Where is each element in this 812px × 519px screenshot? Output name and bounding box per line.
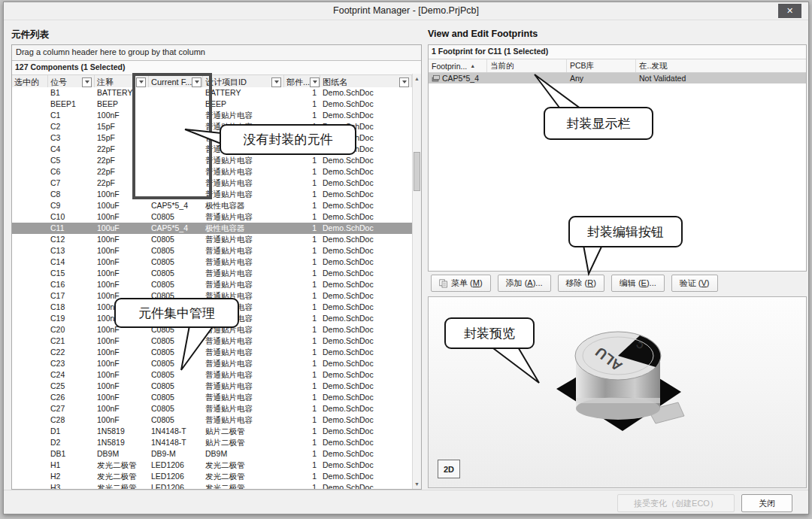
menu-button[interactable]: 菜单 (M) — [431, 275, 491, 292]
close-button[interactable]: 关闭 — [741, 494, 792, 512]
footer-bar: 接受变化（创建ECO） 关闭 — [4, 490, 808, 514]
footprint-buttons: 菜单 (M) 添加 (A)... 移除 (R) 编辑 (E)... 验证 (V) — [431, 275, 718, 292]
table-row[interactable]: C27100nFC0805普通贴片电容1Demo.SchDoc — [12, 403, 412, 414]
table-row[interactable]: C12100nFC0805普通贴片电容1Demo.SchDoc — [12, 234, 412, 245]
filter-icon[interactable] — [136, 77, 146, 87]
accept-changes-button[interactable]: 接受变化（创建ECO） — [617, 494, 735, 512]
remove-button[interactable]: 移除 (R) — [558, 275, 604, 292]
callout-no-footprint: 没有封装的元件 — [220, 124, 356, 155]
table-row[interactable]: C1100nF普通贴片电容1Demo.SchDoc — [12, 110, 412, 121]
footprint-icon — [432, 74, 440, 82]
scrollbar-thumb[interactable] — [414, 152, 420, 191]
column-header-footprint[interactable]: Footprin... ▲ — [429, 59, 487, 72]
callout-component-management: 元件集中管理 — [114, 298, 239, 328]
component-list-label: 元件列表 — [11, 29, 49, 41]
table-row[interactable]: C23100nFC0805普通贴片电容1Demo.SchDoc — [12, 358, 412, 369]
group-by-bar[interactable]: Drag a column header here to group by th… — [12, 45, 421, 61]
window-title: Footprint Manager - [Demo.PrjPcb] — [4, 5, 808, 16]
table-row[interactable]: BEEP1BEEPBEEP1Demo.SchDoc — [12, 99, 412, 110]
table-row[interactable]: C522pF普通贴片电容1Demo.SchDoc — [12, 155, 412, 166]
footprint-list-header: Footprin... ▲ 当前的 PCB库 在..发现 — [429, 59, 806, 73]
table-row[interactable]: C25100nFC0805普通贴片电容1Demo.SchDoc — [12, 381, 412, 392]
menu-icon — [439, 279, 448, 288]
table-row[interactable]: C16100nFC0805普通贴片电容1Demo.SchDoc — [12, 279, 412, 290]
filter-icon[interactable] — [310, 77, 320, 87]
edit-button[interactable]: 编辑 (E)... — [611, 275, 665, 292]
table-row[interactable]: DB1DB9MDB9-MDB9M1Demo.SchDoc — [12, 448, 412, 460]
footprint-manager-dialog: Footprint Manager - [Demo.PrjPcb] ✕ 元件列表… — [3, 2, 809, 514]
callout-footprint-display: 封装显示栏 — [544, 107, 653, 140]
footprint-row[interactable]: CAP5*5_4 Any Not Validated — [429, 73, 806, 83]
scroll-down-icon[interactable]: ▼ — [413, 479, 421, 489]
view-edit-footprints-label: View and Edit Footprints — [428, 29, 538, 39]
filter-icon[interactable] — [399, 77, 409, 87]
preview-2d-button[interactable]: 2D — [438, 460, 460, 478]
capacitor-3d-render: ALU C — [534, 312, 703, 451]
table-row[interactable]: C722pF普通贴片电容1Demo.SchDoc — [12, 178, 412, 189]
column-header-current[interactable]: 当前的 — [487, 59, 567, 72]
table-row[interactable]: C22100nFC0805普通贴片电容1Demo.SchDoc — [12, 347, 412, 358]
table-row[interactable]: C15100nFC0805普通贴片电容1Demo.SchDoc — [12, 268, 412, 279]
filter-icon[interactable] — [82, 77, 92, 87]
table-row[interactable]: C8100nF普通贴片电容1Demo.SchDoc — [12, 189, 412, 200]
vertical-scrollbar[interactable]: ▲ ▼ — [412, 74, 421, 489]
add-button[interactable]: 添加 (A)... — [498, 275, 551, 292]
filter-icon[interactable] — [192, 77, 201, 87]
sort-asc-icon: ▲ — [470, 63, 475, 68]
table-row[interactable]: C28100nFC0805普通贴片电容1Demo.SchDoc — [12, 414, 412, 426]
table-row[interactable]: C26100nFC0805普通贴片电容1Demo.SchDoc — [12, 392, 412, 403]
column-header-foundin[interactable]: 在..发现 — [636, 59, 806, 72]
component-table: Drag a column header here to group by th… — [11, 44, 422, 490]
table-row[interactable]: C21100nFC0805普通贴片电容1Demo.SchDoc — [12, 335, 412, 347]
component-count: 127 Components (1 Selected) — [12, 61, 421, 75]
table-row[interactable]: C9100uFCAP5*5_4极性电容器1Demo.SchDoc — [12, 200, 412, 211]
table-row[interactable]: C622pF普通贴片电容1Demo.SchDoc — [12, 166, 412, 178]
validate-button[interactable]: 验证 (V) — [671, 275, 718, 292]
table-row[interactable]: C10100nFC0805普通贴片电容1Demo.SchDoc — [12, 211, 412, 223]
close-icon[interactable]: ✕ — [778, 4, 801, 18]
table-row[interactable]: D11N58191N4148-T贴片二极管1Demo.SchDoc — [12, 426, 412, 437]
table-row[interactable]: C14100nFC0805普通贴片电容1Demo.SchDoc — [12, 256, 412, 268]
table-row[interactable]: B1BATTERYBATTERY1Demo.SchDoc — [12, 87, 412, 99]
table-row[interactable]: D21N58191N4148-T贴片二极管1Demo.SchDoc — [12, 437, 412, 448]
callout-footprint-edit-buttons: 封装编辑按钮 — [568, 216, 683, 247]
table-row[interactable]: C11100uFCAP5*5_4极性电容器1Demo.SchDoc — [12, 223, 412, 234]
callout-footprint-preview: 封装预览 — [444, 317, 535, 349]
table-row[interactable]: H1发光二极管LED1206发光二极管1Demo.SchDoc — [12, 460, 412, 471]
table-row[interactable]: C24100nFC0805普通贴片电容1Demo.SchDoc — [12, 369, 412, 381]
table-row[interactable]: H2发光二极管LED1206发光二极管1Demo.SchDoc — [12, 471, 412, 482]
table-row[interactable]: H3发光二极管LED1206发光二极管1Demo.SchDoc — [12, 482, 412, 489]
scroll-up-icon[interactable]: ▲ — [413, 74, 421, 83]
filter-icon[interactable] — [271, 77, 281, 87]
table-row[interactable]: C13100nFC0805普通贴片电容1Demo.SchDoc — [12, 245, 412, 256]
footprint-count: 1 Footprint for C11 (1 Selected) — [429, 45, 806, 59]
title-bar[interactable]: Footprint Manager - [Demo.PrjPcb] ✕ — [4, 2, 808, 20]
column-header-pcblib[interactable]: PCB库 — [567, 59, 636, 72]
